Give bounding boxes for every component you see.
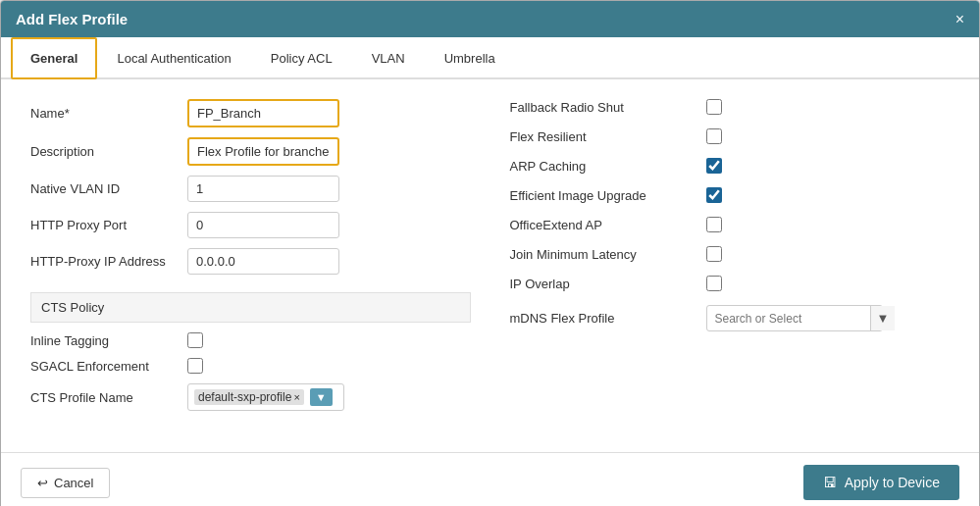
modal-title: Add Flex Profile: [16, 11, 128, 27]
mdns-label: mDNS Flex Profile: [510, 311, 706, 326]
mdns-row: mDNS Flex Profile ▼: [510, 305, 951, 331]
flex-resilient-checkbox[interactable]: [706, 128, 722, 144]
mdns-dropdown-arrow[interactable]: ▼: [870, 306, 896, 330]
efficient-image-checkbox[interactable]: [706, 187, 722, 203]
tab-local-authentication[interactable]: Local Authentication: [97, 37, 250, 79]
arp-caching-label: ARP Caching: [510, 159, 706, 174]
arp-caching-row: ARP Caching: [510, 158, 951, 174]
sgacl-label: SGACL Enforcement: [30, 359, 187, 374]
http-proxy-port-label: HTTP Proxy Port: [30, 218, 187, 232]
cancel-button[interactable]: ↩ Cancel: [21, 468, 110, 498]
right-column: Fallback Radio Shut Flex Resilient ARP C…: [510, 99, 951, 432]
description-row: Description: [30, 137, 471, 166]
cts-policy-section: CTS Policy: [30, 292, 471, 323]
http-proxy-ip-input[interactable]: [187, 248, 339, 275]
flex-resilient-label: Flex Resilient: [510, 129, 706, 144]
join-min-latency-row: Join Minimum Latency: [510, 246, 951, 262]
tab-vlan[interactable]: VLAN: [352, 37, 425, 79]
arp-caching-checkbox[interactable]: [706, 158, 722, 174]
mdns-select-container[interactable]: ▼: [706, 305, 883, 331]
ip-overlap-row: IP Overlap: [510, 276, 951, 291]
cts-profile-tag-remove[interactable]: ×: [293, 391, 299, 403]
cts-profile-tag: default-sxp-profile ×: [194, 389, 304, 405]
tab-umbrella[interactable]: Umbrella: [425, 37, 515, 79]
left-column: Name* Description Native VLAN ID HTTP Pr…: [30, 99, 471, 432]
inline-tagging-checkbox[interactable]: [187, 332, 203, 348]
inline-tagging-row: Inline Tagging: [30, 332, 471, 348]
ip-overlap-checkbox[interactable]: [706, 276, 722, 291]
apply-to-device-button[interactable]: 🖫 Apply to Device: [803, 465, 959, 500]
fallback-radio-row: Fallback Radio Shut: [510, 99, 951, 115]
inline-tagging-label: Inline Tagging: [30, 333, 187, 348]
cts-profile-dropdown-button[interactable]: ▼: [310, 388, 333, 406]
native-vlan-label: Native VLAN ID: [30, 181, 187, 196]
add-flex-profile-modal: Add Flex Profile × General Local Authent…: [0, 0, 980, 506]
fallback-radio-label: Fallback Radio Shut: [510, 100, 706, 115]
cancel-label: Cancel: [54, 476, 93, 490]
name-row: Name*: [30, 99, 471, 127]
name-label: Name*: [30, 106, 187, 121]
apply-label: Apply to Device: [845, 475, 940, 490]
close-button[interactable]: ×: [955, 12, 964, 27]
office-extend-row: OfficeExtend AP: [510, 217, 951, 232]
tab-policy-acl[interactable]: Policy ACL: [251, 37, 352, 79]
cts-profile-tag-value: default-sxp-profile: [198, 390, 291, 404]
efficient-image-label: Efficient Image Upgrade: [510, 188, 706, 203]
name-input[interactable]: [187, 99, 339, 127]
http-proxy-ip-row: HTTP-Proxy IP Address: [30, 248, 471, 275]
cts-profile-label: CTS Profile Name: [30, 390, 187, 405]
fallback-radio-checkbox[interactable]: [706, 99, 722, 115]
native-vlan-input[interactable]: [187, 176, 339, 202]
cancel-icon: ↩: [37, 476, 48, 490]
join-min-latency-label: Join Minimum Latency: [510, 247, 706, 262]
join-min-latency-checkbox[interactable]: [706, 246, 722, 262]
office-extend-checkbox[interactable]: [706, 217, 722, 232]
description-input[interactable]: [187, 137, 339, 166]
tab-bar: General Local Authentication Policy ACL …: [1, 37, 979, 79]
native-vlan-row: Native VLAN ID: [30, 176, 471, 202]
sgacl-checkbox[interactable]: [187, 358, 203, 374]
http-proxy-port-input[interactable]: [187, 212, 339, 238]
flex-resilient-row: Flex Resilient: [510, 128, 951, 144]
http-proxy-ip-label: HTTP-Proxy IP Address: [30, 254, 187, 269]
sgacl-row: SGACL Enforcement: [30, 358, 471, 374]
tab-general[interactable]: General: [11, 37, 97, 79]
description-label: Description: [30, 144, 187, 159]
cts-profile-select[interactable]: default-sxp-profile × ▼: [187, 383, 344, 411]
office-extend-label: OfficeExtend AP: [510, 218, 706, 232]
modal-footer: ↩ Cancel 🖫 Apply to Device: [1, 452, 979, 506]
http-proxy-port-row: HTTP Proxy Port: [30, 212, 471, 238]
ip-overlap-label: IP Overlap: [510, 277, 706, 291]
modal-header: Add Flex Profile ×: [1, 1, 979, 37]
apply-icon: 🖫: [823, 475, 837, 490]
modal-body: Name* Description Native VLAN ID HTTP Pr…: [1, 79, 979, 452]
mdns-search-input[interactable]: [707, 307, 870, 330]
cts-profile-row: CTS Profile Name default-sxp-profile × ▼: [30, 383, 471, 411]
efficient-image-row: Efficient Image Upgrade: [510, 187, 951, 203]
